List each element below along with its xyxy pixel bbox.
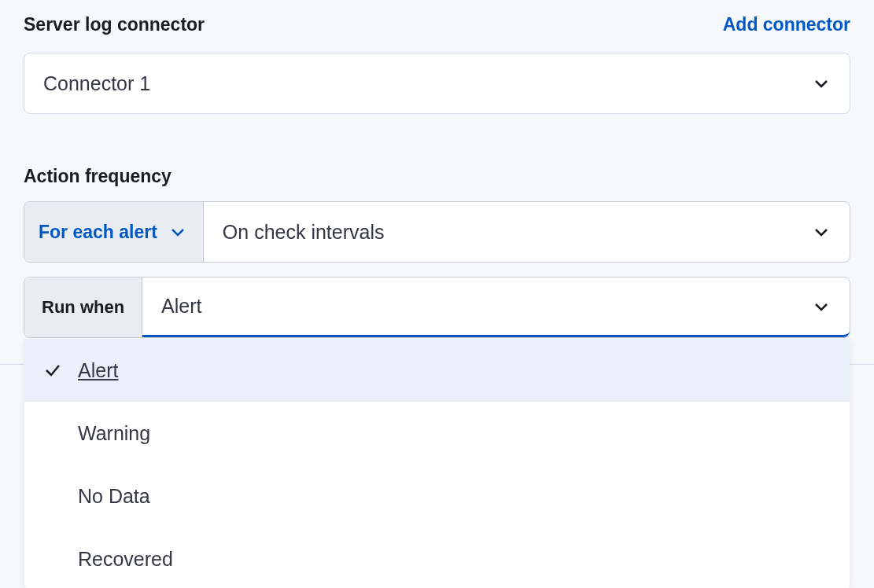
run-when-prefix: Run when — [24, 277, 142, 337]
connector-header: Server log connector Add connector — [24, 14, 850, 35]
connector-select-value: Connector 1 — [43, 72, 150, 95]
add-connector-link[interactable]: Add connector — [723, 14, 850, 35]
dropdown-option-recovered[interactable]: Recovered — [24, 527, 850, 588]
dropdown-option-alert[interactable]: Alert — [24, 339, 850, 402]
dropdown-option-label: Recovered — [78, 548, 173, 571]
connector-section-title: Server log connector — [24, 14, 205, 35]
run-when-row: Run when Alert Alert Warning No Data — [24, 277, 850, 338]
frequency-row: For each alert On check intervals — [24, 201, 850, 263]
frequency-scope-label: For each alert — [39, 222, 157, 243]
run-when-prefix-text: Run when — [42, 297, 124, 318]
check-icon — [43, 361, 62, 380]
action-frequency-title: Action frequency — [24, 166, 850, 187]
dropdown-option-no-data[interactable]: No Data — [24, 465, 850, 527]
frequency-interval-label: On check intervals — [223, 221, 385, 244]
connector-select[interactable]: Connector 1 — [24, 53, 850, 114]
action-frequency-section: Action frequency For each alert On check… — [24, 166, 850, 338]
dropdown-option-warning[interactable]: Warning — [24, 402, 850, 465]
frequency-interval-select[interactable]: On check intervals — [204, 202, 850, 262]
run-when-select[interactable]: Alert — [142, 277, 850, 337]
chevron-down-icon — [812, 222, 831, 241]
dropdown-option-label: Alert — [78, 359, 118, 382]
chevron-down-icon — [168, 222, 187, 241]
chevron-down-icon — [812, 297, 831, 316]
run-when-selected-value: Alert — [161, 295, 201, 318]
dropdown-option-label: Warning — [78, 422, 150, 445]
dropdown-option-label: No Data — [78, 485, 150, 508]
frequency-scope-select[interactable]: For each alert — [24, 202, 204, 262]
run-when-dropdown: Alert Warning No Data Recovered — [24, 339, 850, 588]
chevron-down-icon — [812, 74, 831, 93]
